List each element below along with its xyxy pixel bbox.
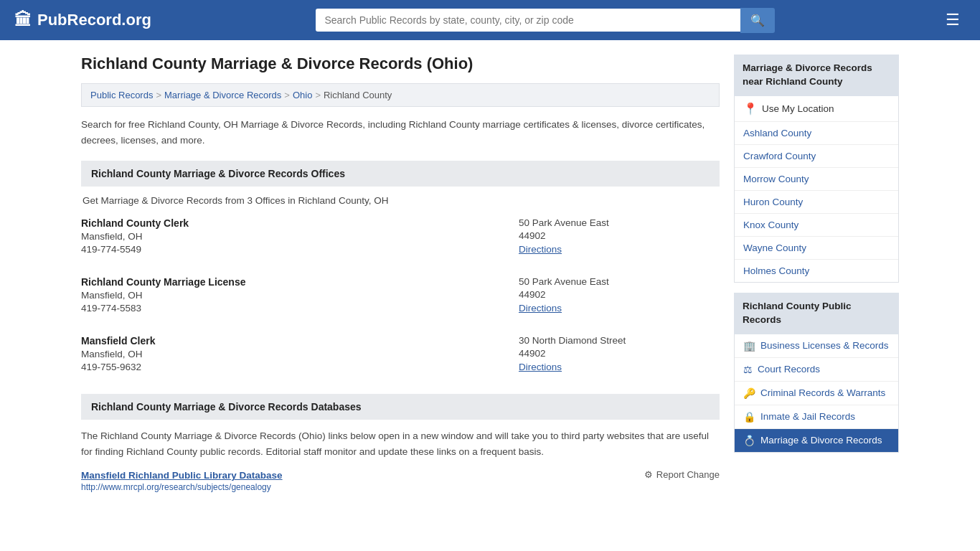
office-right-1: 50 Park Avenue East 44902 Directions [519,276,720,314]
public-record-0[interactable]: 🏢 Business Licenses & Records [735,334,898,358]
page-wrap: Richland County Marriage & Divorce Recor… [67,40,913,511]
office-phone: 419-774-5583 [81,303,519,314]
record-icon-0: 🏢 [743,340,755,352]
db-link-0[interactable]: Mansfield Richland Public Library Databa… [81,470,283,481]
office-entry: Richland County Clerk Mansfield, OH 419-… [81,217,720,262]
nearby-county-3[interactable]: Huron County [735,191,898,214]
public-records-list: 🏢 Business Licenses & Records ⚖ Court Re… [734,334,899,453]
record-icon-1: ⚖ [743,364,753,375]
logo-icon: 🏛 [14,10,32,30]
public-records-header: Richland County Public Records [734,293,899,334]
hamburger-icon: ☰ [946,11,960,29]
office-name: Mansfield Clerk [81,335,519,347]
databases-section-header: Richland County Marriage & Divorce Recor… [81,394,720,420]
db-entry: ⚙ Report Change Mansfield Richland Publi… [81,469,720,492]
directions-link[interactable]: Directions [519,244,562,255]
databases-container: ⚙ Report Change Mansfield Richland Publi… [81,469,720,492]
search-input[interactable] [316,9,740,32]
office-entry: Mansfield Clerk Mansfield, OH 419-755-96… [81,335,720,380]
report-change-button[interactable]: ⚙ Report Change [644,469,720,480]
breadcrumb: Public Records > Marriage & Divorce Reco… [81,83,720,107]
public-record-4[interactable]: 💍 Marriage & Divorce Records [735,429,898,452]
use-my-location-label: Use My Location [762,103,834,114]
report-change-icon: ⚙ [644,469,653,480]
logo-text: PubRecord.org [37,11,151,29]
db-entry-row-0: ⚙ Report Change Mansfield Richland Publi… [81,469,720,481]
search-area: 🔍 [316,8,775,33]
office-name: Richland County Clerk [81,217,519,229]
public-record-3[interactable]: 🔒 Inmate & Jail Records [735,405,898,429]
nearby-list: 📍 Use My Location Ashland CountyCrawford… [734,96,899,283]
office-address: 30 North Diamond Street [519,335,720,346]
offices-section-header: Richland County Marriage & Divorce Recor… [81,161,720,187]
breadcrumb-public-records[interactable]: Public Records [90,90,153,100]
page-description: Search for free Richland County, OH Marr… [81,117,720,148]
directions-link[interactable]: Directions [519,303,562,314]
site-header: 🏛 PubRecord.org 🔍 ☰ [0,0,980,40]
office-zip: 44902 [519,289,720,300]
offices-container: Richland County Clerk Mansfield, OH 419-… [81,217,720,380]
office-left-0: Richland County Clerk Mansfield, OH 419-… [81,217,519,255]
office-city: Mansfield, OH [81,349,519,359]
nearby-county-6[interactable]: Holmes County [735,260,898,282]
record-label-0: Business Licenses & Records [760,340,889,351]
record-icon-3: 🔒 [743,411,755,423]
office-zip: 44902 [519,230,720,241]
nearby-county-2[interactable]: Morrow County [735,168,898,191]
breadcrumb-sep-2: > [284,90,290,100]
office-left-2: Mansfield Clerk Mansfield, OH 419-755-96… [81,335,519,372]
office-city: Mansfield, OH [81,290,519,301]
breadcrumb-ohio[interactable]: Ohio [293,90,312,100]
office-phone: 419-755-9632 [81,362,519,372]
nearby-county-5[interactable]: Wayne County [735,237,898,260]
menu-button[interactable]: ☰ [940,8,966,32]
breadcrumb-marriage-divorce[interactable]: Marriage & Divorce Records [164,90,281,100]
office-right-0: 50 Park Avenue East 44902 Directions [519,217,720,255]
page-title: Richland County Marriage & Divorce Recor… [81,55,720,73]
record-label-3: Inmate & Jail Records [760,411,855,422]
office-name: Richland County Marriage License [81,276,519,288]
office-right-2: 30 North Diamond Street 44902 Directions [519,335,720,372]
search-button[interactable]: 🔍 [740,8,775,33]
nearby-county-1[interactable]: Crawford County [735,145,898,168]
office-city: Mansfield, OH [81,231,519,242]
use-my-location[interactable]: 📍 Use My Location [735,96,898,122]
nearby-county-4[interactable]: Knox County [735,214,898,237]
sidebar: Marriage & Divorce Records near Richland… [734,55,899,496]
location-icon: 📍 [743,102,758,116]
record-label-2: Criminal Records & Warrants [760,387,885,398]
office-entry: Richland County Marriage License Mansfie… [81,276,720,321]
office-left-1: Richland County Marriage License Mansfie… [81,276,519,314]
office-zip: 44902 [519,348,720,359]
db-url-0[interactable]: http://www.mrcpl.org/research/subjects/g… [81,482,271,492]
record-label-1: Court Records [758,364,820,375]
search-icon: 🔍 [750,14,765,27]
record-icon-4: 💍 [743,435,755,446]
breadcrumb-sep-1: > [156,90,161,100]
record-label-4: Marriage & Divorce Records [760,435,882,446]
directions-link[interactable]: Directions [519,362,562,372]
main-content: Richland County Marriage & Divorce Recor… [81,55,720,496]
logo-link[interactable]: 🏛 PubRecord.org [14,10,151,30]
public-record-2[interactable]: 🔑 Criminal Records & Warrants [735,382,898,405]
office-phone: 419-774-5549 [81,244,519,255]
breadcrumb-sep-3: > [315,90,321,100]
report-change-label: Report Change [656,469,720,480]
office-address: 50 Park Avenue East [519,276,720,287]
nearby-header: Marriage & Divorce Records near Richland… [734,55,899,96]
record-icon-2: 🔑 [743,387,755,399]
office-address: 50 Park Avenue East [519,217,720,228]
databases-description: The Richland County Marriage & Divorce R… [81,428,720,459]
offices-sub-desc: Get Marriage & Divorce Records from 3 Of… [81,195,720,206]
nearby-county-0[interactable]: Ashland County [735,122,898,145]
public-record-1[interactable]: ⚖ Court Records [735,358,898,382]
breadcrumb-richland-county: Richland County [324,90,392,100]
